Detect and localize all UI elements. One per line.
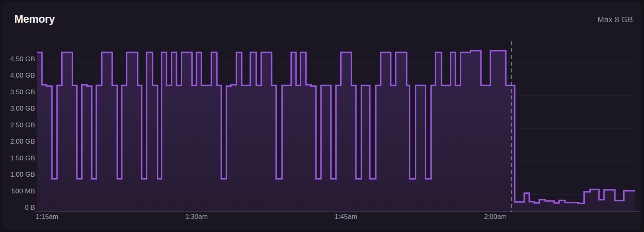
chart-plot-area[interactable] bbox=[37, 41, 635, 211]
header-divider bbox=[12, 37, 632, 37]
max-memory-label: Max 8 GB bbox=[597, 15, 633, 24]
panel-header: Memory Max 8 GB bbox=[2, 2, 642, 37]
panel-title: Memory bbox=[14, 13, 55, 25]
